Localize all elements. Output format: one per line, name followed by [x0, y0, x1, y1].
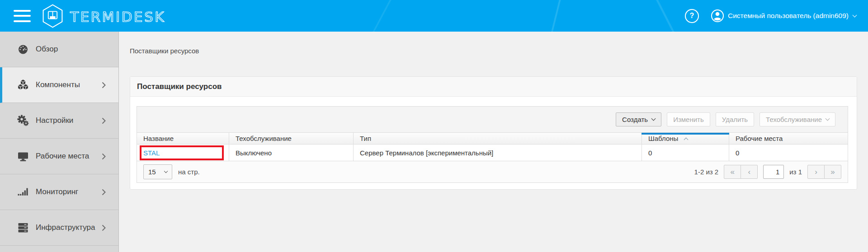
- resource-providers-table: Название Техобслуживание Тип Шаблоны Раб…: [137, 133, 848, 161]
- monitor-icon: [17, 150, 29, 162]
- panel-title: Поставщики ресурсов: [137, 82, 222, 91]
- grid-toolbar: Создать Изменить Удалить Техобслуживание: [137, 107, 848, 133]
- chevron-down-icon: [651, 117, 656, 121]
- last-page-button[interactable]: »: [824, 165, 841, 179]
- sidebar-item-label: Обзор: [36, 45, 58, 54]
- table-header-row: Название Техобслуживание Тип Шаблоны Раб…: [137, 133, 848, 145]
- delete-button: Удалить: [716, 112, 754, 126]
- edit-button: Изменить: [667, 112, 710, 126]
- delete-button-label: Удалить: [722, 116, 748, 123]
- signal-bars-icon: [17, 186, 29, 198]
- column-header-maintenance[interactable]: Техобслуживание: [229, 133, 354, 145]
- column-header-type[interactable]: Тип: [354, 133, 642, 145]
- table-row[interactable]: STAL Выключено Сервер Терминалов [экспер…: [137, 145, 848, 161]
- range-label: 1-2 из 2: [694, 168, 719, 176]
- column-header-name[interactable]: Название: [137, 133, 229, 145]
- servers-icon: [17, 222, 29, 233]
- grid-container: Создать Изменить Удалить Техобслуживание: [137, 106, 848, 183]
- cell-templates: 0: [642, 145, 729, 161]
- user-avatar-icon: [711, 9, 724, 23]
- resource-providers-panel: Поставщики ресурсов Создать Изменить Уда…: [130, 76, 857, 190]
- user-menu[interactable]: Системный пользователь (admin609): [711, 9, 856, 23]
- column-header-label: Шаблоны: [648, 135, 678, 142]
- gears-icon: [17, 115, 29, 126]
- page-size-value: 15: [148, 168, 156, 176]
- help-icon[interactable]: ?: [685, 9, 699, 23]
- chevron-right-icon: [102, 82, 106, 89]
- panel-body: Создать Изменить Удалить Техобслуживание: [130, 97, 857, 190]
- sidebar-item-components[interactable]: Компоненты: [0, 67, 118, 103]
- sort-active-indicator: [642, 133, 729, 135]
- sidebar-item-monitoring[interactable]: Мониторинг: [0, 174, 118, 210]
- column-header-workplaces[interactable]: Рабочие места: [729, 133, 848, 145]
- create-button[interactable]: Создать: [616, 112, 661, 126]
- edit-button-label: Изменить: [673, 116, 704, 123]
- next-page-button[interactable]: ›: [807, 165, 825, 179]
- cell-name: STAL: [137, 145, 229, 161]
- chevron-right-icon: [102, 153, 106, 160]
- chevron-down-icon: [826, 117, 830, 121]
- sidebar-item-label: Компоненты: [36, 80, 80, 89]
- sidebar-item-overview[interactable]: Обзор: [0, 32, 118, 67]
- user-label: Системный пользователь (admin609): [728, 12, 849, 20]
- brand-logo-text: TERMIDESK: [69, 7, 191, 27]
- column-header-templates[interactable]: Шаблоны: [642, 133, 729, 145]
- sidebar-item-infrastructure[interactable]: Инфраструктура: [0, 210, 118, 246]
- per-page-label: на стр.: [178, 168, 200, 176]
- breadcrumb: Поставщики ресурсов: [130, 47, 199, 55]
- termidesk-logo-icon: [42, 4, 63, 28]
- cubes-icon: [17, 79, 29, 91]
- sidebar-item-label: Рабочие места: [36, 152, 89, 161]
- svg-text:TERMIDESK: TERMIDESK: [70, 9, 165, 25]
- help-glyph: ?: [690, 12, 694, 20]
- chevron-down-icon: [164, 169, 168, 173]
- pagination-bar: 15 на стр. 1-2 из 2 « ‹ из 1: [137, 161, 848, 182]
- chevron-right-icon: [102, 224, 106, 231]
- cell-workplaces: 0: [729, 145, 848, 161]
- main-content: Поставщики ресурсов Поставщики ресурсов …: [119, 32, 868, 252]
- sidebar-item-label: Инфраструктура: [36, 223, 95, 232]
- page-input[interactable]: [763, 165, 784, 179]
- panel-header: Поставщики ресурсов: [130, 77, 857, 97]
- menu-icon[interactable]: [14, 10, 31, 22]
- chevron-right-icon: [102, 189, 106, 196]
- dashboard-icon: [17, 43, 29, 55]
- first-page-button[interactable]: «: [724, 165, 741, 179]
- cell-type: Сервер Терминалов [экспериментальный]: [354, 145, 642, 161]
- sidebar-item-settings[interactable]: Настройки: [0, 103, 118, 139]
- maintenance-button: Техобслуживание: [760, 112, 835, 126]
- of-pages-label: из 1: [789, 168, 802, 176]
- chevron-down-icon: [853, 13, 857, 17]
- sidebar: Обзор Компоненты: [0, 32, 119, 252]
- sidebar-item-workplaces[interactable]: Рабочие места: [0, 139, 118, 174]
- create-button-label: Создать: [622, 116, 648, 123]
- sidebar-item-label: Настройки: [36, 116, 73, 125]
- top-header: TERMIDESK ? Системный пользователь (admi…: [0, 0, 868, 32]
- prev-page-button[interactable]: ‹: [741, 165, 758, 179]
- chevron-right-icon: [102, 117, 106, 124]
- page-size-select[interactable]: 15: [143, 164, 172, 179]
- cell-maintenance: Выключено: [229, 145, 354, 161]
- provider-link[interactable]: STAL: [143, 149, 160, 157]
- sort-asc-icon: [684, 138, 688, 142]
- sidebar-item-label: Мониторинг: [36, 187, 78, 196]
- maintenance-button-label: Техобслуживание: [766, 116, 822, 123]
